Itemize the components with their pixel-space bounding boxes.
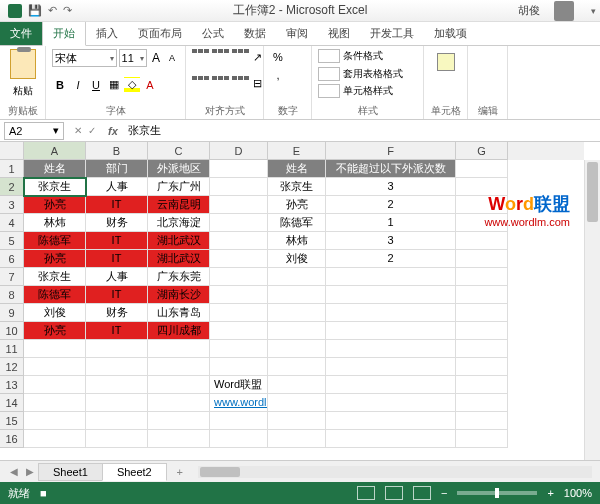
underline-button[interactable]: U [88,77,104,93]
align-bot-icon[interactable] [232,49,250,65]
comma-icon[interactable]: , [270,67,286,83]
col-header-F[interactable]: F [326,142,456,160]
sheet-tab-1[interactable]: Sheet1 [38,463,103,481]
cell[interactable]: 姓名 [268,160,326,178]
cell[interactable] [86,412,148,430]
cell[interactable]: 刘俊 [268,250,326,268]
cell[interactable] [456,394,508,412]
font-name-select[interactable]: 宋体▾ [52,49,117,67]
row-header-10[interactable]: 10 [0,322,24,340]
cell[interactable]: 山东青岛 [148,304,210,322]
row-header-7[interactable]: 7 [0,268,24,286]
row-header-13[interactable]: 13 [0,376,24,394]
cells-area[interactable]: 姓名部门外派地区姓名不能超过以下外派次数张京生人事广东广州张京生3孙亮IT云南昆… [24,160,584,460]
cell[interactable]: 财务 [86,304,148,322]
cell[interactable]: 陈德军 [24,232,86,250]
cond-format-button[interactable]: 条件格式 [318,49,417,63]
cell[interactable] [148,394,210,412]
cell[interactable] [148,340,210,358]
cell[interactable]: 广东广州 [148,178,210,196]
scroll-thumb[interactable] [587,162,598,222]
cell[interactable] [210,250,268,268]
cell[interactable] [24,340,86,358]
cell[interactable] [86,394,148,412]
cell[interactable]: IT [86,196,148,214]
cell[interactable] [210,196,268,214]
row-header-5[interactable]: 5 [0,232,24,250]
cell[interactable] [456,412,508,430]
row-header-11[interactable]: 11 [0,340,24,358]
cell[interactable] [148,412,210,430]
align-top-icon[interactable] [192,49,210,65]
cell[interactable] [268,286,326,304]
row-header-9[interactable]: 9 [0,304,24,322]
accept-icon[interactable]: ✓ [88,125,96,136]
add-sheet-button[interactable]: + [170,466,190,478]
vertical-scrollbar[interactable] [584,160,600,460]
cell[interactable]: 陈德军 [24,286,86,304]
zoom-in-icon[interactable]: + [547,487,553,499]
cell[interactable]: 北京海淀 [148,214,210,232]
horizontal-scrollbar[interactable] [198,466,592,478]
zoom-out-icon[interactable]: − [441,487,447,499]
zoom-slider[interactable] [457,491,537,495]
col-header-E[interactable]: E [268,142,326,160]
normal-view-icon[interactable] [357,486,375,500]
cell[interactable] [326,268,456,286]
cell[interactable] [456,430,508,448]
cell[interactable] [86,358,148,376]
cell[interactable] [456,250,508,268]
cell[interactable] [24,358,86,376]
cell[interactable] [210,430,268,448]
row-header-2[interactable]: 2 [0,178,24,196]
sheet-nav-prev-icon[interactable]: ◀ [6,466,22,477]
cell[interactable]: 林炜 [268,232,326,250]
user-name[interactable]: 胡俊 [518,3,540,18]
cell[interactable] [456,196,508,214]
col-header-A[interactable]: A [24,142,86,160]
col-header-G[interactable]: G [456,142,508,160]
cell[interactable] [210,268,268,286]
cell[interactable]: 部门 [86,160,148,178]
cell[interactable]: 孙亮 [24,196,86,214]
cell[interactable] [268,394,326,412]
cell[interactable]: 2 [326,250,456,268]
table-format-button[interactable]: 套用表格格式 [318,67,417,81]
cell[interactable] [268,304,326,322]
font-color-icon[interactable]: A [142,77,158,93]
cell[interactable] [86,430,148,448]
row-header-8[interactable]: 8 [0,286,24,304]
border-icon[interactable]: ▦ [106,77,122,93]
italic-button[interactable]: I [70,77,86,93]
cell[interactable] [456,340,508,358]
cell[interactable]: 张京生 [268,178,326,196]
cell[interactable] [210,232,268,250]
cell[interactable] [268,358,326,376]
cell[interactable] [326,286,456,304]
tab-data[interactable]: 数据 [234,22,276,45]
tab-file[interactable]: 文件 [0,22,42,45]
percent-icon[interactable]: % [270,49,286,65]
cell[interactable]: 不能超过以下外派次数 [326,160,456,178]
align-right-icon[interactable] [232,76,250,92]
cell[interactable]: 广东东莞 [148,268,210,286]
cell[interactable] [24,376,86,394]
cell[interactable]: IT [86,232,148,250]
cell[interactable]: 湖北武汉 [148,232,210,250]
row-header-15[interactable]: 15 [0,412,24,430]
sheet-tab-2[interactable]: Sheet2 [102,463,167,481]
cell[interactable] [456,358,508,376]
cell[interactable]: 2 [326,196,456,214]
cell[interactable] [24,394,86,412]
tab-home[interactable]: 开始 [42,21,86,46]
cell[interactable] [456,268,508,286]
cell[interactable] [326,394,456,412]
cell[interactable] [210,214,268,232]
redo-icon[interactable]: ↷ [63,4,72,17]
tab-review[interactable]: 审阅 [276,22,318,45]
cell[interactable]: 1 [326,214,456,232]
formula-input[interactable]: 张京生 [124,123,600,138]
undo-icon[interactable]: ↶ [48,4,57,17]
tab-layout[interactable]: 页面布局 [128,22,192,45]
cell[interactable] [268,376,326,394]
